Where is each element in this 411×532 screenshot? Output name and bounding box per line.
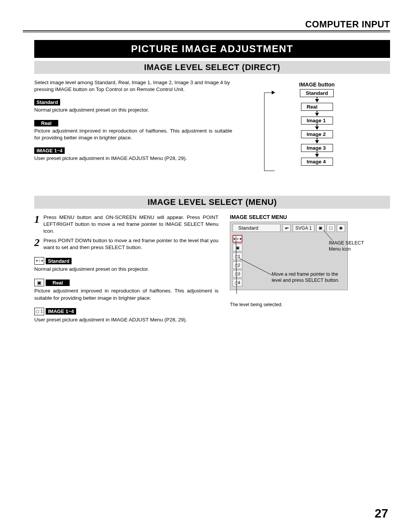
osd-item-selected: ✦✧✦ xyxy=(233,235,242,243)
menu-item-standard: Standard xyxy=(34,257,218,265)
step-2: 2 Press POINT DOWN button to move a red … xyxy=(34,237,218,251)
image-button-diagram: IMAGE button Standard Real Image 1 Image… xyxy=(244,81,390,177)
direct-right: IMAGE button Standard Real Image 1 Image… xyxy=(244,79,390,177)
loop-line xyxy=(264,93,275,171)
annot-icon: IMAGE SELECT Menu icon xyxy=(329,240,371,252)
osd-icon: ▢ xyxy=(327,224,335,232)
header-rule xyxy=(23,30,390,32)
page: COMPUTER INPUT PICTURE IMAGE ADJUSTMENT … xyxy=(0,0,411,532)
tag-image14: IMAGE 1~4 xyxy=(46,308,76,315)
osd-mode-label: Standard xyxy=(233,224,280,232)
osd-resolution: SVGA 1 xyxy=(293,224,314,232)
diagram-title: IMAGE button xyxy=(299,81,335,88)
menu-item-image14: ▢ 1 IMAGE 1~4 xyxy=(34,308,218,315)
menu-left: 1 Press MENU button and ON-SCREEN MENU w… xyxy=(34,214,218,329)
page-number: 27 xyxy=(374,506,388,521)
state-image4: Image 4 xyxy=(301,158,333,166)
menu-section: 1 Press MENU button and ON-SCREEN MENU w… xyxy=(34,214,390,329)
annot-pointer: Move a red frame pointer to the level an… xyxy=(272,271,348,284)
step-number: 2 xyxy=(34,237,40,251)
arrow-down-icon xyxy=(315,126,319,130)
osd-top-bar: Standard ◂▪ SVGA 1 ▣ ▢ ◉ xyxy=(230,222,347,234)
menu-heading: IMAGE LEVEL SELECT (MENU) xyxy=(34,196,390,209)
monitor-icon: ▣ xyxy=(34,279,44,286)
osd-item: ▢2 xyxy=(233,261,242,269)
state-image1: Image 1 xyxy=(301,117,333,125)
loop-arrow-icon xyxy=(272,91,275,94)
step-1: 1 Press MENU button and ON-SCREEN MENU w… xyxy=(34,214,218,235)
input-icon: ◂▪ xyxy=(282,224,291,232)
menu-desc-standard: Normal picture adjustment preset on this… xyxy=(34,266,218,273)
direct-heading: IMAGE LEVEL SELECT (DIRECT) xyxy=(34,61,390,74)
direct-section: Select image level among Standard, Real,… xyxy=(34,79,390,177)
arrow-down-icon xyxy=(315,113,319,116)
arrow-down-icon xyxy=(315,140,319,144)
menu-right: IMAGE SELECT MENU Standard ◂▪ SVGA 1 ▣ ▢… xyxy=(230,214,390,329)
menu-desc-image14: User preset picture adjustment in IMAGE … xyxy=(34,316,218,323)
diamonds-icon xyxy=(34,257,44,265)
state-standard: Standard xyxy=(300,89,334,97)
direct-intro: Select image level among Standard, Real,… xyxy=(34,79,232,93)
main-title: PICTURE IMAGE ADJUSTMENT xyxy=(34,40,390,58)
osd-item: ▢3 xyxy=(233,270,242,278)
direct-left: Select image level among Standard, Real,… xyxy=(34,79,232,177)
tag-real: Real xyxy=(46,280,70,286)
square-1-icon: ▢ 1 xyxy=(34,308,44,315)
annot-selected: The level being selected. xyxy=(230,302,306,308)
tag-image14: IMAGE 1~4 xyxy=(34,147,65,154)
osd-item: ▣ xyxy=(233,244,242,251)
osd-item: ▢1 xyxy=(233,252,242,260)
step-number: 1 xyxy=(34,214,40,235)
menu-item-real: ▣ Real xyxy=(34,279,218,286)
osd-icon: ▣ xyxy=(316,224,325,232)
content-area: PICTURE IMAGE ADJUSTMENT IMAGE LEVEL SEL… xyxy=(23,40,390,329)
step-text: Press POINT DOWN button to move a red fr… xyxy=(43,237,218,251)
arrow-down-icon xyxy=(315,99,319,102)
step-text: Press MENU button and ON-SCREEN MENU wil… xyxy=(43,214,218,235)
desc-real: Picture adjustment improved in reproduct… xyxy=(34,128,232,141)
tag-real: Real xyxy=(34,120,58,126)
osd-caption: IMAGE SELECT MENU xyxy=(230,214,390,220)
state-image3: Image 3 xyxy=(301,144,333,152)
desc-standard: Normal picture adjustment preset on this… xyxy=(34,107,232,113)
desc-image14: User preset picture adjustment in IMAGE … xyxy=(34,155,232,162)
arrow-down-icon xyxy=(315,154,319,157)
state-real: Real xyxy=(301,103,333,111)
section-header: COMPUTER INPUT xyxy=(23,19,390,30)
tag-standard: Standard xyxy=(46,258,72,264)
tag-standard: Standard xyxy=(34,99,60,105)
state-image2: Image 2 xyxy=(301,130,333,138)
menu-desc-real: Picture adjustment improved in reproduct… xyxy=(34,288,218,301)
osd-icon: ◉ xyxy=(337,224,345,232)
osd-item: ▢4 xyxy=(233,279,242,286)
